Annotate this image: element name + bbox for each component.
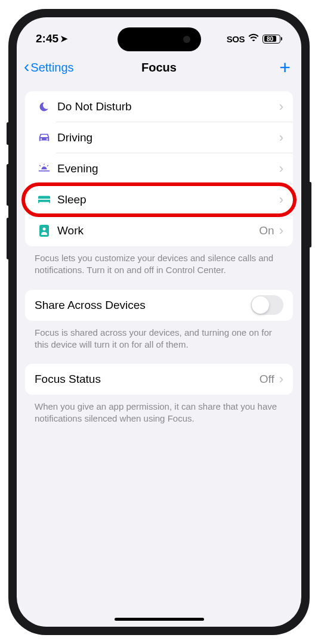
bed-icon bbox=[35, 194, 54, 205]
badge-icon bbox=[35, 224, 54, 237]
chevron-right-icon: › bbox=[279, 223, 283, 239]
wifi-icon bbox=[248, 33, 259, 45]
home-indicator[interactable] bbox=[115, 618, 204, 621]
status-footer: When you give an app permission, it can … bbox=[25, 395, 293, 438]
sunset-icon bbox=[35, 162, 54, 175]
row-label: Driving bbox=[54, 131, 279, 144]
focus-item-driving[interactable]: Driving › bbox=[25, 122, 293, 153]
focus-status-row[interactable]: Focus Status Off › bbox=[25, 364, 293, 395]
focus-item-sleep[interactable]: Sleep › bbox=[25, 184, 293, 215]
row-label: Work bbox=[54, 224, 259, 237]
chevron-left-icon: ‹ bbox=[24, 57, 29, 76]
share-toggle[interactable] bbox=[251, 295, 283, 315]
page-title: Focus bbox=[141, 61, 177, 75]
focus-modes-group: Do Not Disturb › Driving › Evening › bbox=[25, 91, 293, 246]
row-label: Do Not Disturb bbox=[54, 100, 279, 113]
moon-icon bbox=[35, 101, 54, 113]
status-group: Focus Status Off › bbox=[25, 364, 293, 395]
car-icon bbox=[35, 132, 54, 144]
share-footer: Focus is shared across your devices, and… bbox=[25, 321, 293, 364]
focus-modes-footer: Focus lets you customize your devices an… bbox=[25, 246, 293, 290]
share-label: Share Across Devices bbox=[35, 299, 251, 312]
nav-bar: ‹ Settings Focus + bbox=[17, 52, 301, 83]
battery-icon: 80 bbox=[263, 35, 282, 44]
status-time: 2:45 bbox=[36, 32, 58, 45]
status-value: Off bbox=[260, 373, 279, 386]
share-across-devices-row[interactable]: Share Across Devices bbox=[25, 290, 293, 321]
svg-point-1 bbox=[43, 228, 46, 231]
row-label: Sleep bbox=[54, 193, 279, 206]
dynamic-island bbox=[118, 27, 201, 51]
chevron-right-icon: › bbox=[279, 99, 283, 114]
share-group: Share Across Devices bbox=[25, 290, 293, 321]
sos-indicator: SOS bbox=[227, 34, 245, 44]
row-value: On bbox=[259, 224, 279, 237]
back-label: Settings bbox=[30, 61, 73, 75]
location-icon: ➤ bbox=[60, 33, 68, 44]
back-button[interactable]: ‹ Settings bbox=[24, 59, 74, 76]
chevron-right-icon: › bbox=[279, 192, 283, 208]
chevron-right-icon: › bbox=[279, 130, 283, 145]
focus-item-dnd[interactable]: Do Not Disturb › bbox=[25, 91, 293, 122]
chevron-right-icon: › bbox=[279, 371, 283, 387]
focus-item-evening[interactable]: Evening › bbox=[25, 153, 293, 184]
focus-item-work[interactable]: Work On › bbox=[25, 215, 293, 246]
row-label: Evening bbox=[54, 162, 279, 175]
status-label: Focus Status bbox=[35, 373, 260, 386]
add-button[interactable]: + bbox=[279, 57, 291, 79]
chevron-right-icon: › bbox=[279, 161, 283, 177]
